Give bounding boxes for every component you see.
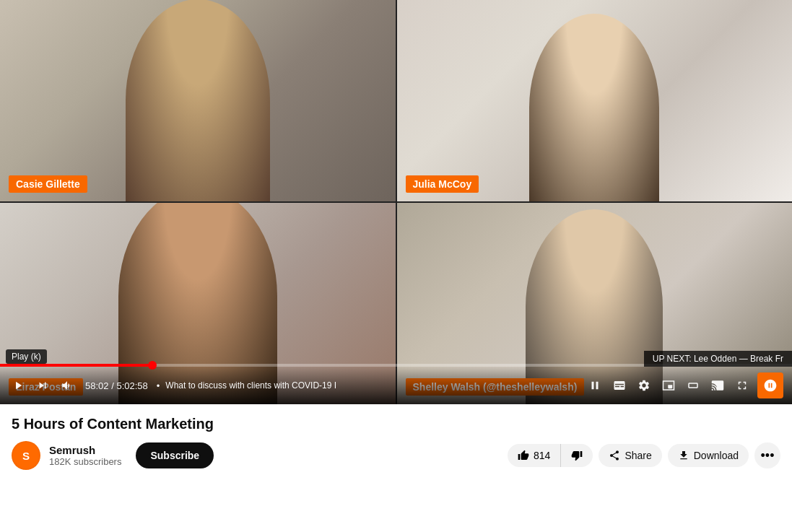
participant-name-casie: Casie Gillette (9, 175, 87, 193)
svg-text:S: S (22, 450, 30, 462)
video-title: 5 Hours of Content Marketing (12, 416, 780, 432)
channel-subscribers: 182K subscribers (49, 456, 121, 467)
share-button[interactable]: Share (599, 444, 661, 467)
settings-button[interactable] (635, 376, 653, 395)
download-button[interactable]: Download (668, 444, 749, 467)
download-label: Download (694, 450, 739, 461)
participant-cell-casie: Casie Gillette (0, 0, 396, 201)
more-options-button[interactable]: ••• (754, 442, 780, 468)
skip-button[interactable] (33, 376, 52, 395)
subscribe-button[interactable]: Subscribe (136, 442, 214, 468)
dislike-button[interactable] (561, 444, 593, 467)
actions-right: 814 Share Download (508, 442, 780, 468)
time-display: 58:02 / 5:02:58 (85, 380, 148, 391)
video-player[interactable]: Casie Gillette Julia McCoy Liraz Postan … (0, 0, 792, 404)
video-info: 5 Hours of Content Marketing S Semrush 1… (0, 404, 792, 476)
fullscreen-button[interactable] (733, 376, 752, 395)
miniplayer-button[interactable] (659, 376, 678, 395)
semrush-brand-button[interactable] (757, 372, 783, 398)
up-next-text: UP NEXT: Lee Odden — Break Fr (653, 354, 783, 364)
play-button[interactable] (9, 376, 27, 395)
chapter-separator: • (157, 380, 160, 391)
channel-avatar[interactable]: S (12, 441, 40, 470)
pause-button[interactable] (586, 376, 604, 395)
mute-button[interactable] (58, 376, 77, 395)
controls-bar: 58:02 / 5:02:58 • What to discuss with c… (0, 367, 792, 404)
channel-name: Semrush (49, 444, 121, 456)
theater-mode-button[interactable] (684, 376, 702, 395)
video-grid: Casie Gillette Julia McCoy Liraz Postan … (0, 0, 792, 404)
avatar-letter: S (13, 442, 39, 468)
share-label: Share (625, 450, 651, 461)
like-dislike-group: 814 (508, 444, 593, 467)
participant-cell-julia: Julia McCoy (397, 0, 793, 201)
like-count: 814 (534, 450, 550, 461)
subtitles-button[interactable] (610, 376, 629, 395)
page-container: Casie Gillette Julia McCoy Liraz Postan … (0, 0, 792, 476)
cast-button[interactable] (708, 376, 727, 395)
up-next-bar: UP NEXT: Lee Odden — Break Fr (644, 351, 792, 367)
channel-info: Semrush 182K subscribers (49, 444, 121, 467)
participant-name-julia: Julia McCoy (406, 175, 479, 193)
like-button[interactable]: 814 (508, 444, 561, 467)
channel-row: S Semrush 182K subscribers Subscribe 814 (12, 441, 780, 470)
chapter-text: What to discuss with clients with COVID-… (165, 380, 580, 391)
